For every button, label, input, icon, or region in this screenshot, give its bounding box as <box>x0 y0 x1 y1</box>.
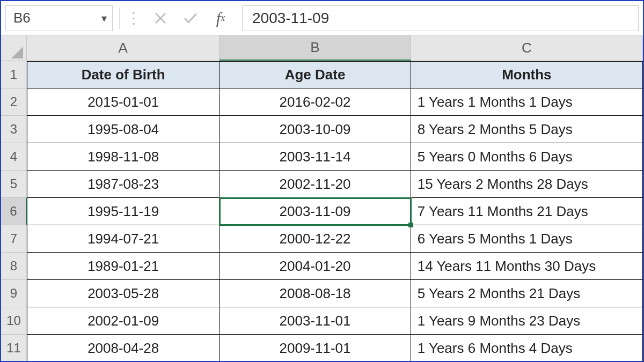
chevron-down-icon[interactable]: ▾ <box>101 12 107 25</box>
cell[interactable]: 2000-12-22 <box>219 225 411 253</box>
column-header-row: A B C <box>1 35 643 61</box>
cell[interactable]: 1998-11-08 <box>27 143 219 171</box>
row-header[interactable]: 6 <box>1 198 27 225</box>
header-cell-A[interactable]: Date of Birth <box>27 61 219 88</box>
cell[interactable]: 1 Years 6 Months 4 Days <box>411 335 643 362</box>
cell[interactable]: 5 Years 0 Months 6 Days <box>411 143 643 171</box>
cell[interactable]: 5 Years 2 Months 21 Days <box>411 280 643 307</box>
cell[interactable]: 1 Years 1 Months 1 Days <box>411 88 643 116</box>
row-header[interactable]: 8 <box>1 253 27 280</box>
cell[interactable]: 2003-11-14 <box>219 143 411 171</box>
formula-input-value: 2003-11-09 <box>252 10 329 27</box>
row-header[interactable]: 3 <box>1 116 27 143</box>
cell[interactable]: 2008-04-28 <box>27 335 219 362</box>
cell[interactable]: 2008-08-18 <box>219 280 411 307</box>
row-header[interactable]: 5 <box>1 171 27 198</box>
cell[interactable]: 1989-01-21 <box>27 253 219 280</box>
cell[interactable]: 1995-08-04 <box>27 116 219 143</box>
row-header[interactable]: 2 <box>1 88 27 116</box>
column-header-B[interactable]: B <box>219 35 411 61</box>
table-row: 3 1995-08-04 2003-10-09 8 Years 2 Months… <box>1 116 643 143</box>
select-all-corner[interactable] <box>1 35 27 61</box>
table-row: 6 1995-11-19 2003-11-09 7 Years 11 Month… <box>1 198 643 225</box>
table-row: 10 2002-01-09 2003-11-01 1 Years 9 Month… <box>1 307 643 335</box>
cell[interactable]: 2016-02-02 <box>219 88 411 116</box>
cell[interactable]: 6 Years 5 Months 1 Days <box>411 225 643 253</box>
row-header[interactable]: 4 <box>1 143 27 171</box>
enter-icon[interactable] <box>175 5 206 31</box>
header-cell-B[interactable]: Age Date <box>219 61 411 88</box>
column-header-C[interactable]: C <box>411 35 643 61</box>
cell[interactable]: 7 Years 11 Months 21 Days <box>411 198 643 225</box>
row-header[interactable]: 10 <box>1 307 27 335</box>
fill-handle[interactable] <box>408 223 413 227</box>
cell[interactable]: 2002-01-09 <box>27 307 219 335</box>
table-row: 4 1998-11-08 2003-11-14 5 Years 0 Months… <box>1 143 643 171</box>
cell[interactable]: 8 Years 2 Months 5 Days <box>411 116 643 143</box>
table-row: 9 2003-05-28 2008-08-18 5 Years 2 Months… <box>1 280 643 307</box>
row-header[interactable]: 7 <box>1 225 27 253</box>
cell[interactable]: 1995-11-19 <box>27 198 219 225</box>
cell[interactable]: 2009-11-01 <box>219 335 411 362</box>
cell[interactable]: 2003-05-28 <box>27 280 219 307</box>
row-header-1[interactable]: 1 <box>1 61 27 88</box>
formula-bar: B6 ▾ ⋮ fx 2003-11-09 <box>1 1 643 35</box>
worksheet-grid: 1 Date of Birth Age Date Months 2 2015-0… <box>1 61 643 362</box>
table-row: 2 2015-01-01 2016-02-02 1 Years 1 Months… <box>1 88 643 116</box>
table-row: 7 1994-07-21 2000-12-22 6 Years 5 Months… <box>1 225 643 253</box>
cell[interactable]: 15 Years 2 Months 28 Days <box>411 171 643 198</box>
cell[interactable]: 2002-11-20 <box>219 171 411 198</box>
table-header-row: 1 Date of Birth Age Date Months <box>1 61 643 88</box>
column-header-A[interactable]: A <box>27 35 219 61</box>
row-header[interactable]: 11 <box>1 335 27 362</box>
cell[interactable]: 2015-01-01 <box>27 88 219 116</box>
name-box-value: B6 <box>13 10 31 26</box>
cell[interactable]: 1994-07-21 <box>27 225 219 253</box>
table-row: 8 1989-01-21 2004-01-20 14 Years 11 Mont… <box>1 253 643 280</box>
active-cell[interactable]: 2003-11-09 <box>219 198 411 225</box>
name-box[interactable]: B6 ▾ <box>5 5 113 31</box>
cell[interactable]: 2003-11-01 <box>219 307 411 335</box>
header-label: Months <box>502 67 551 83</box>
divider <box>119 8 120 29</box>
cell[interactable]: 1987-08-23 <box>27 171 219 198</box>
row-header[interactable]: 9 <box>1 280 27 307</box>
drag-handle-icon[interactable]: ⋮ <box>126 9 140 27</box>
cell[interactable]: 2003-10-09 <box>219 116 411 143</box>
insert-function-icon[interactable]: fx <box>206 5 236 31</box>
table-row: 11 2008-04-28 2009-11-01 1 Years 6 Month… <box>1 335 643 362</box>
table-row: 5 1987-08-23 2002-11-20 15 Years 2 Month… <box>1 171 643 198</box>
cell[interactable]: 1 Years 9 Months 23 Days <box>411 307 643 335</box>
header-cell-C[interactable]: Months <box>411 61 643 88</box>
cell[interactable]: 2004-01-20 <box>219 253 411 280</box>
header-label: Age Date <box>285 67 346 83</box>
cancel-icon[interactable] <box>145 5 175 31</box>
cell[interactable]: 14 Years 11 Months 30 Days <box>411 253 643 280</box>
formula-input[interactable]: 2003-11-09 <box>242 5 639 31</box>
header-label: Date of Birth <box>82 67 165 83</box>
